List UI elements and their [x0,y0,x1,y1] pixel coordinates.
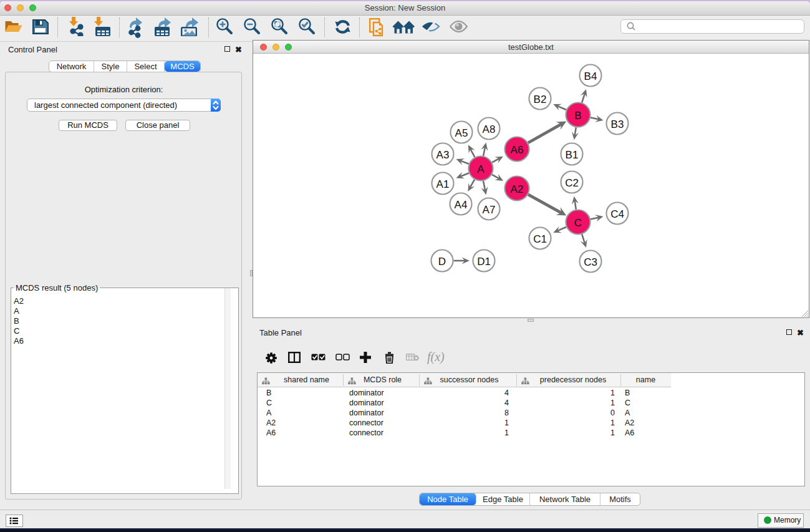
svg-text:A3: A3 [436,149,450,161]
svg-text:B1: B1 [566,149,579,161]
svg-text:A: A [477,163,485,175]
svg-text:C1: C1 [533,233,547,245]
svg-text:A1: A1 [436,178,450,190]
svg-text:B: B [574,110,581,122]
svg-text:A6: A6 [511,144,524,156]
svg-text:B3: B3 [611,118,624,130]
svg-text:C: C [574,217,582,229]
svg-text:D: D [438,256,446,268]
svg-text:D1: D1 [477,256,491,268]
svg-text:A7: A7 [483,204,496,216]
svg-text:A4: A4 [455,199,468,211]
svg-text:B2: B2 [534,94,547,105]
svg-text:B4: B4 [584,70,597,82]
svg-text:C3: C3 [584,256,597,268]
svg-text:C2: C2 [565,177,579,189]
svg-text:A8: A8 [483,123,496,135]
svg-text:C4: C4 [610,208,624,220]
svg-text:A5: A5 [455,127,468,139]
svg-text:A2: A2 [511,183,524,195]
